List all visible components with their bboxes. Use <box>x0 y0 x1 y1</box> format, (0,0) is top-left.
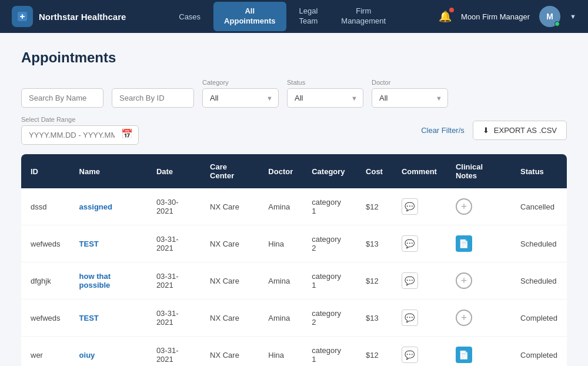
nav-cases[interactable]: Cases <box>168 8 211 26</box>
date-row: Select Date Range 📅 Clear Filter/s ⬇ EXP… <box>21 116 567 145</box>
nav-firm-management[interactable]: FirmManagement <box>330 2 396 31</box>
cell-date: 03-31-2021 <box>147 225 201 262</box>
col-cost: Cost <box>356 154 392 188</box>
cell-category: category 2 <box>302 225 356 262</box>
cell-status: Scheduled <box>511 262 567 300</box>
avatar[interactable]: M <box>539 6 560 27</box>
doctor-select[interactable]: All Amina Hina <box>372 88 448 108</box>
table-row: dfghjk how that possible 03-31-2021 NX C… <box>21 262 567 300</box>
nav-all-appointments[interactable]: AllAppointments <box>213 2 286 31</box>
status-label: Status <box>287 79 363 86</box>
comment-icon[interactable]: 💬 <box>402 272 418 289</box>
cell-date: 03-31-2021 <box>147 262 201 300</box>
cell-care-center: NX Care <box>201 225 259 262</box>
cell-category: category 2 <box>302 300 356 337</box>
cell-cost: $12 <box>356 188 392 225</box>
name-link[interactable]: how that possible <box>79 272 111 290</box>
cell-name: oiuy <box>70 337 147 367</box>
cell-care-center: NX Care <box>201 337 259 367</box>
cell-comment: 💬 <box>392 188 446 225</box>
search-name-input[interactable] <box>21 88 103 108</box>
brand-name: Northstar Healthcare <box>39 12 126 22</box>
table-body: dssd assigned 03-30-2021 NX Care Amina c… <box>21 188 567 366</box>
main-content: Appointments Category All category 1 cat… <box>0 33 588 366</box>
category-label: Category <box>202 79 279 86</box>
status-select-wrapper: All Cancelled Scheduled Completed ▼ <box>287 88 363 108</box>
doctor-label: Doctor <box>372 79 448 86</box>
cell-comment: 💬 <box>392 300 446 337</box>
cell-name: TEST <box>70 300 147 337</box>
calendar-icon[interactable]: 📅 <box>121 128 133 139</box>
document-icon[interactable]: 📄 <box>456 347 472 363</box>
cell-doctor: Hina <box>259 225 302 262</box>
add-note-icon[interactable]: + <box>456 272 472 289</box>
cell-name: how that possible <box>70 262 147 300</box>
cell-cost: $12 <box>356 337 392 367</box>
category-select[interactable]: All category 1 category 2 <box>202 88 279 108</box>
document-icon[interactable]: 📄 <box>456 235 472 252</box>
table-row: wefweds TEST 03-31-2021 NX Care Hina cat… <box>21 225 567 262</box>
status-select[interactable]: All Cancelled Scheduled Completed <box>287 88 363 108</box>
cell-date: 03-31-2021 <box>147 337 201 367</box>
cell-comment: 💬 <box>392 225 446 262</box>
add-note-icon[interactable]: + <box>456 310 472 326</box>
table-row: wefweds TEST 03-31-2021 NX Care Amina ca… <box>21 300 567 337</box>
navbar: Northstar Healthcare Cases AllAppointmen… <box>0 0 588 33</box>
search-name-group <box>21 88 103 108</box>
cell-status: Cancelled <box>511 188 567 225</box>
user-name: Moon Firm Manager <box>461 12 530 21</box>
cell-status: Completed <box>511 337 567 367</box>
bell-icon[interactable]: 🔔 <box>439 10 452 23</box>
col-doctor: Doctor <box>259 154 302 188</box>
cell-clinical-notes: 📄 <box>446 337 511 367</box>
date-range-label: Select Date Range <box>21 116 139 123</box>
table-header: ID Name Date Care Center Doctor Category… <box>21 154 567 188</box>
cell-id: wer <box>21 337 70 367</box>
notification-badge <box>449 8 454 12</box>
appointments-table: ID Name Date Care Center Doctor Category… <box>21 154 567 366</box>
add-note-icon[interactable]: + <box>456 198 472 215</box>
date-actions: Clear Filter/s ⬇ EXPORT AS .CSV <box>421 121 567 140</box>
nav-right: 🔔 Moon Firm Manager M ▼ <box>439 6 576 27</box>
search-id-input[interactable] <box>112 88 194 108</box>
name-link[interactable]: assigned <box>79 202 112 211</box>
table-row: dssd assigned 03-30-2021 NX Care Amina c… <box>21 188 567 225</box>
col-name: Name <box>70 154 147 188</box>
cell-id: dfghjk <box>21 262 70 300</box>
filters-row: Category All category 1 category 2 ▼ Sta… <box>21 79 567 108</box>
name-link[interactable]: oiuy <box>79 351 95 360</box>
comment-icon[interactable]: 💬 <box>402 198 418 215</box>
cell-doctor: Amina <box>259 188 302 225</box>
cell-doctor: Amina <box>259 262 302 300</box>
cell-cost: $13 <box>356 300 392 337</box>
comment-icon[interactable]: 💬 <box>402 310 418 326</box>
cell-cost: $12 <box>356 262 392 300</box>
cell-id: dssd <box>21 188 70 225</box>
col-care-center: Care Center <box>201 154 259 188</box>
cell-care-center: NX Care <box>201 188 259 225</box>
category-group: Category All category 1 category 2 ▼ <box>202 79 279 108</box>
cell-cost: $13 <box>356 225 392 262</box>
comment-icon[interactable]: 💬 <box>402 347 418 363</box>
col-id: ID <box>21 154 70 188</box>
cell-category: category 1 <box>302 337 356 367</box>
brand: Northstar Healthcare <box>12 6 126 27</box>
clear-filters-button[interactable]: Clear Filter/s <box>421 126 465 135</box>
cell-status: Scheduled <box>511 225 567 262</box>
doctor-group: Doctor All Amina Hina ▼ <box>372 79 448 108</box>
cell-id: wefweds <box>21 300 70 337</box>
export-csv-button[interactable]: ⬇ EXPORT AS .CSV <box>473 121 567 140</box>
comment-icon[interactable]: 💬 <box>402 235 418 252</box>
cell-name: TEST <box>70 225 147 262</box>
chevron-down-icon[interactable]: ▼ <box>570 13 576 20</box>
col-category: Category <box>302 154 356 188</box>
cell-clinical-notes: + <box>446 300 511 337</box>
cell-clinical-notes: + <box>446 188 511 225</box>
nav-legal-team[interactable]: LegalTeam <box>289 2 329 31</box>
online-indicator <box>554 21 560 26</box>
name-link[interactable]: TEST <box>79 314 99 322</box>
export-label: EXPORT AS .CSV <box>494 126 557 135</box>
cell-date: 03-31-2021 <box>147 300 201 337</box>
name-link[interactable]: TEST <box>79 239 99 248</box>
col-clinical-notes: Clinical Notes <box>446 154 511 188</box>
